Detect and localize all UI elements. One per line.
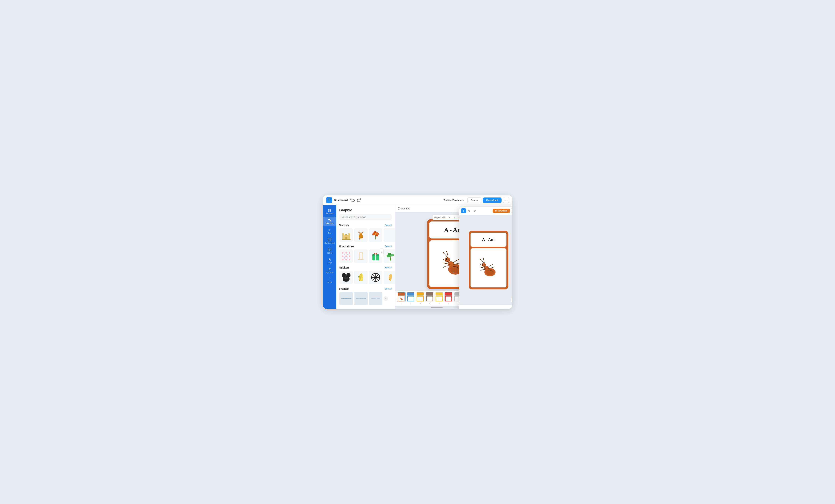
vectors-section-header: Vectors See all — [339, 224, 392, 227]
svg-rect-0 — [328, 209, 329, 210]
thumb-item-3[interactable]: 3 — [416, 292, 424, 304]
graphic-item-pillar[interactable] — [354, 249, 368, 263]
svg-point-105 — [482, 264, 483, 264]
svg-point-45 — [342, 259, 344, 260]
svg-point-46 — [345, 259, 347, 260]
page-down-button[interactable]: ∨ — [452, 215, 457, 219]
stickers-see-all[interactable]: See all — [385, 266, 392, 269]
svg-rect-52 — [359, 252, 363, 253]
mobile-redo-button[interactable] — [472, 208, 477, 213]
page-collapse-chevron[interactable]: ∨ — [452, 271, 454, 274]
panel-content: Vectors See all — [336, 222, 395, 309]
sidebar-item-background[interactable]: Background — [323, 236, 336, 246]
mobile-header: T ♛ Download ··· — [459, 207, 512, 215]
graphic-item-deer[interactable] — [354, 228, 368, 242]
scrollbar-thumb[interactable] — [431, 307, 443, 308]
search-bar[interactable] — [339, 214, 392, 220]
sidebar-item-tables[interactable]: Tables — [323, 246, 336, 255]
thumb-box-5[interactable] — [435, 292, 443, 302]
svg-point-40 — [345, 252, 347, 254]
animate-label[interactable]: Animate — [401, 207, 410, 210]
graphic-item-frame2[interactable] — [354, 292, 368, 306]
thumb-num-5: 5 — [439, 302, 440, 304]
sidebar-item-uploads[interactable]: Uploads — [323, 266, 336, 275]
mobile-window: T ♛ Download ··· A - Ant — [459, 207, 512, 309]
collapse-panel-button[interactable]: ‹ — [380, 248, 384, 256]
sidebar-item-templates[interactable]: Templates — [323, 207, 336, 216]
graphic-item-plant[interactable] — [369, 228, 383, 242]
sidebar-item-text[interactable]: T Text — [323, 226, 336, 236]
thumb-item-2[interactable]: 2 — [407, 292, 415, 304]
more-options-button[interactable]: ··· — [503, 197, 509, 203]
svg-rect-3 — [330, 210, 331, 212]
frame2-svg — [355, 293, 366, 304]
dots-svg — [341, 251, 351, 261]
thumb-item-1[interactable]: A-Ant 1 — [397, 292, 406, 304]
svg-point-29 — [360, 232, 362, 234]
svg-point-43 — [345, 255, 347, 257]
graphic-item-ginger[interactable] — [384, 271, 395, 284]
frames-see-all[interactable]: See all — [385, 288, 392, 290]
svg-rect-1 — [330, 209, 331, 210]
thumb-box-1[interactable]: A-Ant — [397, 292, 406, 302]
graphics-icon — [328, 218, 331, 222]
graphic-item-corn[interactable] — [354, 271, 368, 284]
undo-button[interactable] — [350, 197, 355, 203]
graphic-item-frame3[interactable] — [369, 292, 383, 306]
mobile-flashcard-image — [470, 248, 506, 288]
icon-sidebar: Templates Graphics T Text — [323, 205, 336, 309]
thumb-item-6[interactable]: 6 — [444, 292, 453, 304]
graphic-item-moon[interactable] — [384, 228, 395, 242]
graphic-item-frame1[interactable] — [339, 292, 353, 306]
frames-more-arrow[interactable]: › — [384, 296, 388, 301]
thumb-box-3[interactable] — [416, 292, 424, 302]
redo-button[interactable] — [356, 197, 362, 203]
graphic-item-castle[interactable] — [339, 228, 353, 242]
svg-rect-2 — [328, 210, 329, 212]
graphic-item-plant2[interactable] — [384, 249, 395, 263]
mobile-undo-redo-group — [467, 208, 477, 213]
svg-point-30 — [360, 234, 360, 234]
mobile-flashcard[interactable]: A - Ant — [469, 231, 508, 289]
graphic-item-dots[interactable] — [339, 249, 353, 263]
vectors-see-all[interactable]: See all — [385, 224, 392, 227]
plant2-svg — [385, 251, 395, 261]
thumb-box-4[interactable] — [426, 292, 434, 302]
mobile-nav-text[interactable]: T Text — [492, 308, 498, 309]
templates-label: Templates — [325, 213, 334, 215]
search-input[interactable] — [345, 216, 389, 218]
project-name: Toddler Flashcards — [444, 199, 464, 202]
thumb-item-5[interactable]: 5 — [435, 292, 443, 304]
thumb-box-2[interactable] — [407, 292, 415, 302]
download-button[interactable]: Download — [483, 197, 501, 203]
mobile-nav-templates[interactable]: Templates — [462, 308, 473, 309]
graphic-panel: Graphic Vectors See all — [336, 205, 395, 309]
mobile-nav-background[interactable]: Background — [503, 308, 512, 309]
illustrations-see-all[interactable]: See all — [385, 245, 392, 248]
mobile-graphics-icon — [481, 309, 484, 309]
mobile-undo-button[interactable] — [467, 208, 472, 213]
thumb-num-7: 7 — [457, 302, 459, 304]
graphic-item-mickey[interactable] — [339, 271, 353, 284]
background-icon — [328, 238, 331, 241]
page-up-button[interactable]: ∧ — [447, 215, 451, 219]
search-icon — [342, 216, 344, 218]
thumb-box-6[interactable] — [444, 292, 453, 302]
mobile-more-button[interactable]: ··· — [511, 208, 512, 213]
svg-text:T: T — [328, 229, 330, 231]
mobile-download-button[interactable]: ♛ Download — [493, 209, 510, 213]
sidebar-item-logo[interactable]: Logo — [323, 256, 336, 265]
svg-point-14 — [329, 280, 330, 280]
thumb-num-2: 2 — [410, 302, 411, 304]
mobile-nav-graphics[interactable]: Graphics — [477, 308, 487, 309]
sidebar-item-more[interactable]: More — [323, 275, 336, 285]
thumb-item-4[interactable]: 4 — [426, 292, 434, 304]
frame1-svg — [341, 293, 351, 304]
thumb-num-4: 4 — [429, 302, 430, 304]
share-button[interactable]: Share — [467, 197, 481, 203]
svg-rect-22 — [344, 233, 344, 234]
graphic-item-wheel[interactable] — [369, 271, 383, 284]
sidebar-item-graphics[interactable]: Graphics — [323, 216, 336, 226]
stickers-items-row: › — [339, 271, 392, 284]
thumb-num-3: 3 — [420, 302, 421, 304]
